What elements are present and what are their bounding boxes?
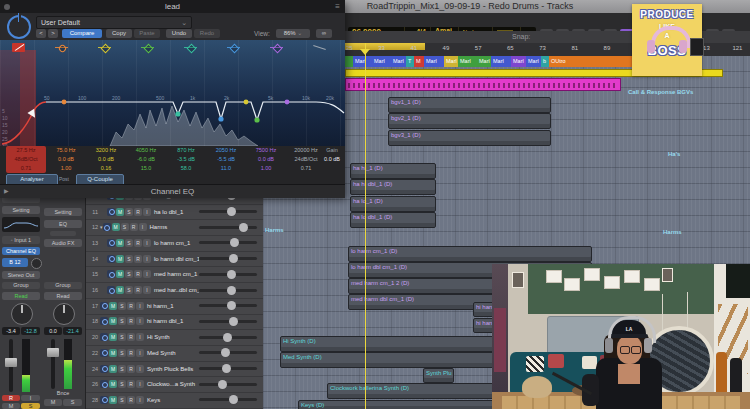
- track-mute-button[interactable]: M: [109, 333, 117, 341]
- track-record-button[interactable]: R: [127, 380, 135, 388]
- track-input-button[interactable]: I: [143, 286, 151, 294]
- track-solo-button[interactable]: S: [118, 396, 126, 404]
- track-input-button[interactable]: I: [143, 208, 151, 216]
- playhead[interactable]: [365, 43, 366, 409]
- strip2-automation-button[interactable]: Read: [44, 292, 82, 300]
- track-volume-thumb[interactable]: [229, 254, 238, 263]
- band-q-value[interactable]: 11.0: [206, 164, 246, 173]
- track-volume-thumb[interactable]: [227, 207, 236, 216]
- view-zoom-select[interactable]: 86% ⌄: [276, 29, 310, 38]
- strip1-output-button[interactable]: Stereo Out: [2, 271, 40, 279]
- track-solo-button[interactable]: S: [118, 380, 126, 388]
- eq-band-1-readout[interactable]: 27.5 Hz48dB/Oct0.71: [6, 146, 46, 173]
- track-input-button[interactable]: I: [143, 255, 151, 263]
- track-solo-button[interactable]: S: [118, 365, 126, 373]
- band-frequency-value[interactable]: 870 Hz: [166, 146, 206, 155]
- arrange-region[interactable]: ha lo dbl_1 (D): [350, 212, 436, 228]
- track-mute-button[interactable]: M: [109, 396, 117, 404]
- track-row[interactable]: 14MSRIlo harm dbl cm_1: [85, 251, 263, 268]
- strip1-inputmon-button[interactable]: I: [21, 395, 40, 401]
- track-power-button[interactable]: [107, 208, 115, 216]
- track-name[interactable]: Med Synth: [145, 350, 199, 356]
- strip2-audio-fx-slot[interactable]: Audio FX: [44, 239, 82, 247]
- band-gain-value[interactable]: -3.5 dB: [166, 155, 206, 164]
- band-q-value[interactable]: 58.0: [166, 164, 206, 173]
- track-solo-button[interactable]: S: [118, 302, 126, 310]
- track-record-button[interactable]: R: [134, 286, 142, 294]
- track-power-button[interactable]: [100, 396, 108, 404]
- track-record-button[interactable]: R: [134, 255, 142, 263]
- compare-button[interactable]: Compare: [62, 29, 102, 38]
- strip2-solo-button[interactable]: S: [63, 399, 82, 406]
- playhead-tip[interactable]: [360, 49, 370, 60]
- track-volume-slider[interactable]: [199, 273, 257, 276]
- link-icon[interactable]: ∞: [316, 29, 332, 38]
- eq-band-7-readout[interactable]: 7500 Hz0.0 dB1.00: [246, 146, 286, 173]
- preset-prev-button[interactable]: <: [36, 29, 46, 38]
- band-q-value[interactable]: 0.16: [86, 164, 126, 173]
- track-name[interactable]: Clockwo...a Synth: [145, 381, 199, 387]
- track-input-button[interactable]: I: [139, 223, 147, 231]
- track-record-button[interactable]: R: [127, 333, 135, 341]
- track-row[interactable]: 20MSRIHi Synth: [85, 329, 263, 346]
- track-solo-button[interactable]: S: [118, 349, 126, 357]
- strip2-fader[interactable]: [47, 348, 59, 357]
- strip1-insert-slot[interactable]: Channel EQ: [2, 247, 40, 255]
- track-volume-thumb[interactable]: [230, 238, 239, 247]
- analyser-mode-label[interactable]: Post: [59, 176, 69, 182]
- track-row[interactable]: 17MSRIhi harm_1: [85, 298, 263, 315]
- track-name[interactable]: Keys: [145, 397, 199, 403]
- strip1-send-slot[interactable]: B 12: [2, 258, 28, 267]
- track-record-button[interactable]: R: [127, 396, 135, 404]
- track-volume-slider[interactable]: [199, 383, 257, 386]
- track-solo-button[interactable]: S: [125, 255, 133, 263]
- track-record-button[interactable]: R: [134, 239, 142, 247]
- arrange-region[interactable]: Synth Plu: [423, 368, 454, 383]
- marker-segment[interactable]: OUtro: [549, 56, 635, 67]
- track-name[interactable]: Hi Synth: [145, 334, 199, 340]
- track-row[interactable]: 28MSRIKeys: [85, 392, 263, 409]
- track-power-button[interactable]: [100, 349, 108, 357]
- undo-button[interactable]: Undo: [166, 29, 192, 38]
- strip2-group-button[interactable]: Group: [44, 282, 82, 289]
- band-gain-value[interactable]: -6.0 dB: [126, 155, 166, 164]
- track-solo-button[interactable]: S: [118, 317, 126, 325]
- track-power-button[interactable]: [100, 365, 108, 373]
- track-row[interactable]: 22MSRIMed Synth: [85, 345, 263, 362]
- track-name[interactable]: hi harm dbl_1: [145, 318, 199, 324]
- plugin-power-icon[interactable]: [7, 15, 31, 39]
- track-name[interactable]: Synth Pluck Bells: [145, 366, 199, 372]
- track-power-button[interactable]: [100, 302, 108, 310]
- band-q-value[interactable]: 1.00: [246, 164, 286, 173]
- track-volume-slider[interactable]: [199, 398, 257, 401]
- band-q-value[interactable]: 1.00: [46, 164, 86, 173]
- track-volume-thumb[interactable]: [239, 223, 248, 232]
- track-volume-thumb[interactable]: [227, 270, 236, 279]
- strip1-send-knob[interactable]: [31, 258, 42, 269]
- preset-select[interactable]: User Default ⌄: [36, 16, 192, 29]
- track-input-button[interactable]: I: [143, 239, 151, 247]
- strip2-setting-button[interactable]: Setting: [44, 208, 82, 216]
- track-name[interactable]: lo harm cm_1: [152, 240, 199, 246]
- eq-band-6-readout[interactable]: 2050 Hz-5.5 dB11.0: [206, 146, 246, 173]
- track-mute-button[interactable]: M: [109, 302, 117, 310]
- footer-disclosure-icon[interactable]: ▶: [4, 185, 9, 198]
- track-input-button[interactable]: I: [136, 302, 144, 310]
- track-volume-thumb[interactable]: [227, 301, 236, 310]
- track-power-button[interactable]: [107, 255, 115, 263]
- track-name[interactable]: med harm cm_1: [152, 271, 199, 277]
- track-record-button[interactable]: R: [127, 365, 135, 373]
- track-mute-button[interactable]: M: [109, 349, 117, 357]
- strip1-fader[interactable]: [5, 358, 17, 367]
- track-record-button[interactable]: R: [127, 317, 135, 325]
- strip2-pan-knob[interactable]: [53, 303, 75, 325]
- band-frequency-value[interactable]: 7500 Hz: [246, 146, 286, 155]
- track-row[interactable]: 26MSRIClockwo...a Synth: [85, 376, 263, 393]
- eq-band-4-readout[interactable]: 4050 Hz-6.0 dB15.0: [126, 146, 166, 173]
- arrange-region[interactable]: ha hi_1 (D): [350, 163, 436, 179]
- redo-button[interactable]: Redo: [194, 29, 220, 38]
- track-volume-thumb[interactable]: [221, 348, 230, 357]
- track-input-button[interactable]: I: [136, 317, 144, 325]
- track-name[interactable]: med har..dbl cm_1: [152, 287, 199, 293]
- arrange-region[interactable]: bgv2_1 (D): [388, 113, 551, 129]
